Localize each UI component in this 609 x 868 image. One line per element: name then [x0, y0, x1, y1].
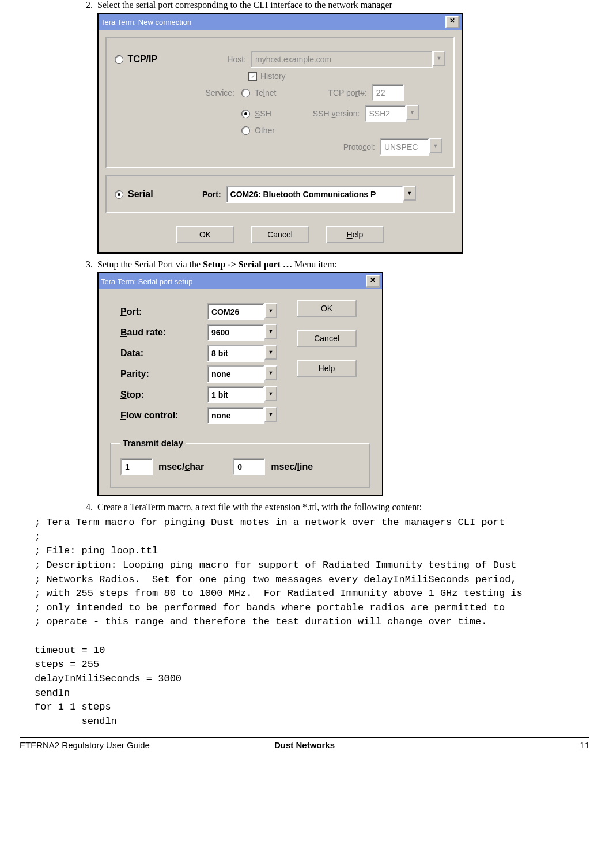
dropdown-sshver-icon[interactable]: ▼	[406, 105, 419, 120]
help-button-2[interactable]: Help	[297, 360, 357, 377]
input-host[interactable]: myhost.example.com	[251, 51, 433, 68]
input-msec-char[interactable]: 1	[120, 458, 153, 475]
dialog-serial-setup: Tera Term: Serial port setup ✕ Port: COM…	[97, 272, 383, 496]
select-baud[interactable]: 9600	[207, 324, 264, 341]
chevron-down-icon[interactable]: ▼	[264, 324, 277, 339]
page-footer: ETERNA2 Regulatory User Guide Dust Netwo…	[20, 737, 589, 750]
step-3: Setup the Serial Port via the Setup -> S…	[95, 259, 592, 496]
label-ssh: SSH	[255, 109, 271, 118]
step-3-bold: Setup -> Serial port …	[203, 259, 292, 269]
chevron-down-icon[interactable]: ▼	[264, 386, 277, 401]
select-parity[interactable]: none	[207, 365, 264, 383]
ok-button-2[interactable]: OK	[297, 300, 357, 317]
close-icon-2[interactable]: ✕	[366, 275, 380, 288]
dropdown-protocol-icon[interactable]: ▼	[429, 138, 442, 153]
dialog-new-connection: Tera Term: New connection ✕ TCP/IP Host:…	[97, 13, 463, 254]
label-other: Other	[255, 126, 275, 135]
group-serial: Serial Port: COM26: Bluetooth Communicat…	[105, 175, 455, 213]
group-tcpip: TCP/IP Host: myhost.example.com ▼ ✓ Hist…	[105, 37, 455, 168]
label-telnet: Telnet	[255, 88, 276, 97]
footer-left: ETERNA2 Regulatory User Guide	[20, 740, 210, 750]
label-sshver: SSH version:	[313, 109, 360, 118]
input-tcpport[interactable]: 22	[372, 84, 404, 101]
footer-right: 11	[399, 740, 589, 750]
label-parity: Parity:	[120, 369, 207, 379]
titlebar-serial-setup: Tera Term: Serial port setup ✕	[99, 273, 382, 289]
step-3-post: Menu item:	[292, 259, 337, 269]
cancel-button-2[interactable]: Cancel	[297, 330, 357, 347]
label-host: Host:	[187, 55, 246, 64]
help-button[interactable]: Help	[326, 226, 384, 243]
label-msec-line: msec/line	[271, 462, 313, 472]
label-baud: Baud rate:	[120, 327, 207, 338]
label-port2: Port:	[120, 307, 207, 317]
ok-button[interactable]: OK	[176, 226, 234, 243]
footer-center: Dust Networks	[210, 740, 400, 750]
select-flow[interactable]: none	[207, 407, 264, 424]
label-flow: Flow control:	[120, 410, 207, 421]
label-tcpip: TCP/IP	[128, 54, 158, 65]
step-3-pre: Setup the Serial Port via the	[97, 259, 203, 269]
label-data: Data:	[120, 348, 207, 358]
step-2: Select the serial port corresponding to …	[95, 0, 592, 254]
close-icon[interactable]: ✕	[445, 16, 459, 28]
chevron-down-icon[interactable]: ▼	[264, 407, 277, 422]
label-protocol: Protocol:	[343, 142, 375, 152]
checkbox-history[interactable]: ✓	[248, 72, 257, 81]
input-sshver[interactable]: SSH2	[365, 105, 406, 122]
step-4: Create a TeraTerm macro, a text file wit…	[95, 502, 592, 512]
code-block: ; Tera Term macro for pinging Dust motes…	[35, 516, 592, 729]
radio-serial[interactable]	[115, 190, 123, 199]
label-service: Service:	[115, 88, 234, 97]
chevron-down-icon[interactable]: ▼	[264, 365, 277, 380]
dropdown-serialport-icon[interactable]: ▼	[403, 186, 416, 201]
label-tcpport: TCP port#:	[328, 88, 366, 97]
title-text: Tera Term: New connection	[101, 18, 445, 27]
radio-ssh[interactable]	[241, 110, 250, 118]
input-msec-line[interactable]: 0	[233, 458, 265, 475]
select-data[interactable]: 8 bit	[207, 345, 264, 362]
label-port: Port:	[153, 190, 221, 199]
label-msec-char: msec/char	[158, 462, 204, 472]
chevron-down-icon[interactable]: ▼	[264, 303, 277, 318]
radio-telnet[interactable]	[241, 89, 250, 97]
step-2-text: Select the serial port corresponding to …	[97, 0, 392, 10]
input-protocol[interactable]: UNSPEC	[380, 138, 429, 156]
step-4-text: Create a TeraTerm macro, a text file wit…	[97, 502, 422, 512]
select-stop[interactable]: 1 bit	[207, 386, 264, 403]
select-port2[interactable]: COM26	[207, 303, 264, 320]
title-text-2: Tera Term: Serial port setup	[101, 277, 366, 286]
radio-tcpip[interactable]	[115, 55, 123, 64]
chevron-down-icon[interactable]: ▼	[264, 345, 277, 360]
dropdown-host-icon[interactable]: ▼	[433, 51, 445, 66]
titlebar-new-connection: Tera Term: New connection ✕	[99, 14, 462, 30]
label-history: History	[260, 71, 286, 81]
group-transmit-delay: Transmit delay 1 msec/char 0 msec/line	[110, 438, 370, 488]
label-stop: Stop:	[120, 390, 207, 400]
legend-transmit-delay: Transmit delay	[120, 438, 186, 448]
select-serial-port[interactable]: COM26: Bluetooth Communications P	[226, 186, 403, 203]
label-serial: Serial	[128, 189, 153, 199]
cancel-button[interactable]: Cancel	[251, 226, 309, 243]
radio-other[interactable]	[241, 126, 250, 135]
